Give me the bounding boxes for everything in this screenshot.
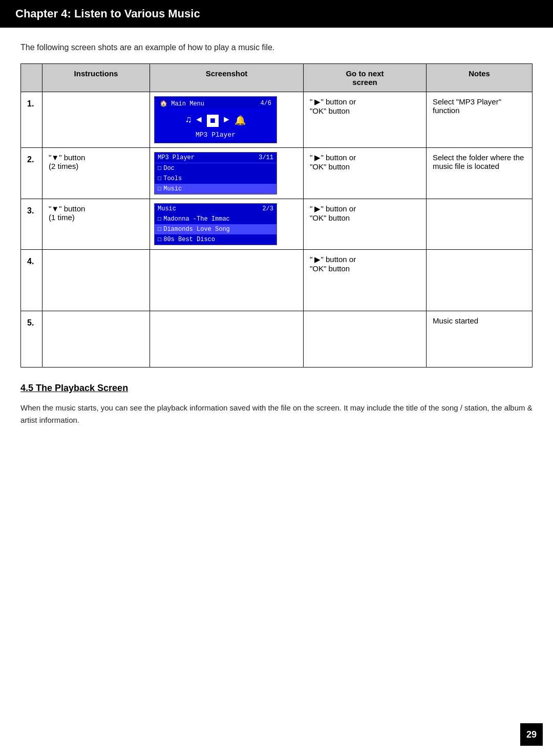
row-1-goto-text: " ▶" button or"OK" button: [310, 97, 356, 115]
screen1-page: 4/6: [260, 100, 271, 107]
section-45-body: When the music starts, you can see the p…: [20, 402, 533, 426]
screen3-row-80s: □80s Best Disco: [155, 234, 276, 245]
row-1-notes-text: Select "MP3 Player" function: [433, 97, 501, 115]
table-row: 3. "▼" button(1 time) Music 2/3 □Madonna…: [21, 199, 533, 250]
folder-icon-music: □: [158, 185, 161, 192]
row-3-screenshot: Music 2/3 □Madonna -The Immac □Diamonds …: [150, 199, 304, 250]
row-2-instructions-text: "▼" button(2 times): [49, 153, 85, 170]
row-4-instructions: [42, 250, 150, 311]
row-5-instructions: [42, 311, 150, 368]
screen1-header: 🏠 Main Menu 4/6: [158, 99, 273, 109]
row-5-notes: Music started: [427, 311, 533, 368]
device-screen-2: MP3 Player 3/11 □Doc □Tools □Music: [154, 152, 277, 195]
screen2-title: MP3 Player: [158, 154, 195, 161]
row-4-goto: " ▶" button or"OK" button: [304, 250, 427, 311]
row-5-goto: [304, 311, 427, 368]
screen2-row-tools: □Tools: [155, 174, 276, 184]
col-header-instructions: Instructions: [42, 64, 150, 92]
folder-icon-tools: □: [158, 175, 161, 182]
file-icon-diamonds: □: [158, 226, 161, 233]
row-2-notes: Select the folder where the music file i…: [427, 148, 533, 199]
screen2-page: 3/11: [259, 154, 273, 161]
file-icon-madonna: □: [158, 215, 161, 223]
row-2-notes-text: Select the folder where the music file i…: [433, 153, 524, 170]
screen1-icons: ♫ ◄ ■ ► 🔔: [158, 111, 273, 131]
col-header-screenshot: Screenshot: [150, 64, 304, 92]
row-3-instructions-text: "▼" button(1 time): [49, 204, 85, 222]
row-3-goto-text: " ▶" button or"OK" button: [310, 204, 356, 222]
row-num-3: 3.: [21, 199, 42, 250]
row-4-screenshot: [150, 250, 304, 311]
row-1-goto: " ▶" button or"OK" button: [304, 92, 427, 148]
row-5-screenshot: [150, 311, 304, 368]
row-num-4: 4.: [21, 250, 42, 311]
screen3-header: Music 2/3: [155, 204, 276, 214]
row-5-notes-text: Music started: [433, 316, 478, 325]
row-2-instructions: "▼" button(2 times): [42, 148, 150, 199]
file-icon-80s: □: [158, 236, 161, 243]
row-4-goto-text: " ▶" button or"OK" button: [310, 255, 356, 273]
row-3-goto: " ▶" button or"OK" button: [304, 199, 427, 250]
table-row: 5. Music started: [21, 311, 533, 368]
main-table: Instructions Screenshot Go to nextscreen…: [20, 63, 533, 368]
device-screen-1: 🏠 Main Menu 4/6 ♫ ◄ ■ ► 🔔 MP3 Player: [154, 96, 277, 143]
screen3-row-diamonds: □Diamonds Love Song: [155, 224, 276, 234]
screen1-title: 🏠 Main Menu: [160, 100, 204, 107]
screen2-header: MP3 Player 3/11: [155, 153, 276, 163]
row-2-screenshot: MP3 Player 3/11 □Doc □Tools □Music: [150, 148, 304, 199]
screen1-label: MP3 Player: [158, 131, 273, 141]
row-1-screenshot: 🏠 Main Menu 4/6 ♫ ◄ ■ ► 🔔 MP3 Player: [150, 92, 304, 148]
row-num-2: 2.: [21, 148, 42, 199]
row-1-instructions: [42, 92, 150, 148]
table-row: 2. "▼" button(2 times) MP3 Player 3/11 □…: [21, 148, 533, 199]
device-screen-3: Music 2/3 □Madonna -The Immac □Diamonds …: [154, 203, 277, 245]
row-3-instructions: "▼" button(1 time): [42, 199, 150, 250]
row-2-goto-text: " ▶" button or"OK" button: [310, 153, 356, 171]
col-header-num: [21, 64, 42, 92]
icon-right-arrow: ►: [224, 115, 229, 127]
icon-left-arrow: ◄: [196, 115, 202, 127]
intro-text: The following screen shots are an exampl…: [20, 43, 533, 52]
row-4-notes: [427, 250, 533, 311]
section-45-title: 4.5 The Playback Screen: [20, 383, 533, 394]
screen3-title: Music: [158, 205, 176, 212]
table-row: 4. " ▶" button or"OK" button: [21, 250, 533, 311]
screen2-row-music: □Music: [155, 184, 276, 194]
content-area: The following screen shots are an exampl…: [0, 28, 553, 442]
row-3-notes: [427, 199, 533, 250]
row-num-5: 5.: [21, 311, 42, 368]
screen3-page: 2/3: [262, 205, 273, 212]
screen3-row-madonna: □Madonna -The Immac: [155, 214, 276, 224]
row-1-notes: Select "MP3 Player" function: [427, 92, 533, 148]
page-number: 29: [520, 723, 543, 746]
icon-music-note: ♫: [185, 115, 191, 127]
folder-icon-doc: □: [158, 165, 161, 172]
chapter-title: Chapter 4: Listen to Various Music: [15, 7, 200, 20]
row-2-goto: " ▶" button or"OK" button: [304, 148, 427, 199]
col-header-notes: Notes: [427, 64, 533, 92]
table-row: 1. 🏠 Main Menu 4/6 ♫ ◄ ■ ►: [21, 92, 533, 148]
icon-bell: 🔔: [235, 115, 246, 127]
screen2-row-doc: □Doc: [155, 163, 276, 174]
col-header-goto: Go to nextscreen: [304, 64, 427, 92]
chapter-header: Chapter 4: Listen to Various Music: [0, 0, 553, 28]
icon-mp3-selected: ■: [207, 115, 219, 127]
row-num-1: 1.: [21, 92, 42, 148]
